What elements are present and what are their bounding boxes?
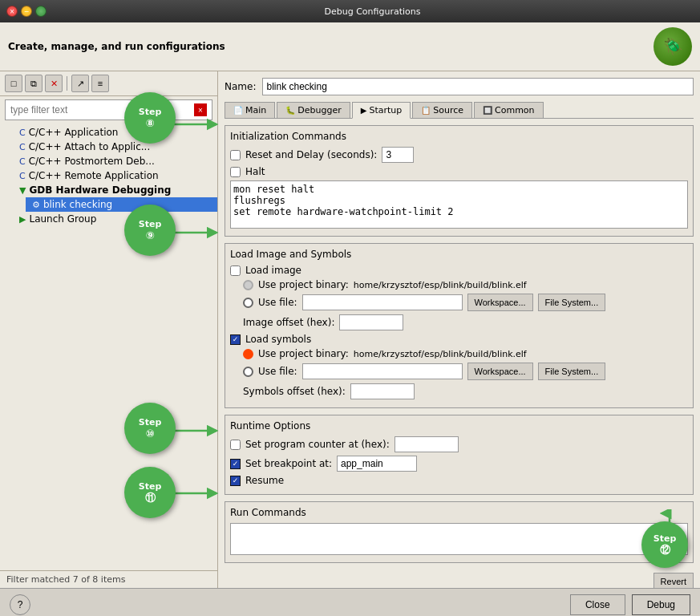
run-commands-section: Run Commands (225, 501, 694, 563)
set-pc-checkbox[interactable] (230, 440, 241, 450)
step-11-arrow (168, 481, 225, 505)
list-item[interactable]: C C/C++ Remote Application (13, 168, 217, 183)
bottom-buttons: Close Debug (570, 594, 690, 615)
step-10-num: ⑩ (145, 428, 154, 440)
step-11-num: ⑪ (145, 492, 156, 505)
close-window-button[interactable]: × (6, 6, 18, 17)
load-symbols-label: Load symbols (245, 334, 311, 345)
list-item[interactable]: C C/C++ Postmortem Deb... (13, 154, 217, 168)
reset-delay-input[interactable] (382, 147, 414, 163)
use-file2-label: Use file: (258, 366, 297, 377)
tab-debugger[interactable]: 🐛 Debugger (277, 102, 350, 118)
set-pc-row: Set program counter at (hex): (230, 436, 688, 452)
copy-config-button[interactable]: ⧉ (25, 75, 42, 92)
step-10-bubble: Step ⑩ (124, 403, 176, 454)
config-icon: C (19, 171, 26, 181)
workspace-button-2[interactable]: Workspace... (467, 363, 533, 380)
use-project-binary2-row: Use project binary: home/krzysztof/esp/b… (243, 348, 688, 359)
set-breakpoint-checkbox[interactable]: ✓ (230, 459, 241, 469)
minimize-window-button[interactable]: − (21, 6, 32, 17)
config-icon: C (19, 156, 26, 167)
right-panel: Name: 📄 Main 🐛 Debugger ▶ Startup (218, 71, 700, 588)
halt-label: Halt (245, 166, 265, 177)
step-8-label: Step (139, 107, 162, 117)
step-8-num: ⑧ (145, 117, 154, 130)
delete-config-button[interactable]: ✕ (45, 75, 63, 92)
title-bar: × − Debug Configurations (0, 0, 700, 22)
use-file-radio[interactable] (243, 298, 253, 308)
use-project-binary2-label: Use project binary: (258, 348, 349, 359)
resume-row: ✓ Resume (230, 475, 688, 486)
set-breakpoint-row: ✓ Set breakpoint at: (230, 456, 688, 472)
resume-checkbox[interactable]: ✓ (230, 476, 241, 486)
tab-main-label: Main (245, 105, 266, 116)
runtime-title: Runtime Options (230, 420, 688, 432)
load-symbols-checkbox[interactable]: ✓ (230, 334, 241, 345)
set-pc-label: Set program counter at (hex): (245, 439, 390, 450)
tree-item-label: C/C++ Attach to Applic... (29, 141, 151, 152)
set-pc-input[interactable] (395, 436, 459, 452)
project-binary-path: home/krzysztof/esp/blink/build/blink.elf (354, 280, 527, 290)
use-file2-radio[interactable] (243, 367, 253, 377)
halt-checkbox[interactable] (230, 167, 241, 177)
load-image-section: Load Image and Symbols Load image Use pr… (225, 243, 694, 408)
close-button[interactable]: Close (570, 594, 625, 615)
reset-delay-checkbox[interactable] (230, 150, 241, 160)
tree-item-label: blink checking (43, 199, 112, 210)
use-project-binary2-radio[interactable] (243, 349, 253, 359)
new-config-button[interactable]: □ (5, 75, 22, 92)
app-logo: 🪲 (653, 27, 692, 66)
filesystem-button-2[interactable]: File System... (538, 363, 606, 380)
image-offset-input[interactable] (339, 314, 403, 330)
filesystem-button-1[interactable]: File System... (538, 294, 606, 311)
run-commands-textarea[interactable] (230, 523, 688, 555)
use-project-binary-row: Use project binary: home/krzysztof/esp/b… (243, 279, 688, 290)
debug-button[interactable]: Debug (632, 594, 690, 615)
maximize-window-button[interactable] (35, 6, 47, 17)
use-file-input[interactable] (302, 294, 463, 310)
help-button[interactable]: ? (10, 594, 30, 615)
step-12-label: Step (653, 533, 677, 544)
symbols-offset-label: Symbols offset (hex): (243, 386, 346, 397)
tab-startup-label: Startup (369, 105, 402, 116)
config-icon: C (19, 142, 26, 152)
step-12-num: ⑫ (660, 544, 670, 557)
workspace-button-1[interactable]: Workspace... (467, 294, 533, 311)
step-11-label: Step (139, 481, 162, 492)
export-config-button[interactable]: ↗ (71, 75, 89, 92)
load-image-checkbox[interactable] (230, 265, 241, 276)
step-12-bubble: Step ⑫ (641, 521, 688, 568)
init-commands-textarea[interactable]: mon reset halt flushregs set remote hard… (230, 180, 688, 229)
load-symbols-row: ✓ Load symbols (230, 334, 688, 345)
tab-main[interactable]: 📄 Main (225, 102, 275, 118)
config-icon: C (19, 128, 26, 138)
use-file2-input[interactable] (302, 363, 463, 379)
step-9-label: Step (139, 219, 162, 229)
use-project-binary-radio[interactable] (243, 280, 253, 290)
bottom-bar: ? Close Debug (0, 588, 700, 616)
bottom-container: ? Close Debug (10, 594, 690, 615)
name-input[interactable] (262, 78, 694, 95)
name-row: Name: (225, 78, 694, 95)
tab-startup[interactable]: ▶ Startup (352, 102, 411, 119)
symbols-offset-row: Symbols offset (hex): (230, 383, 688, 399)
load-image-title: Load Image and Symbols (230, 249, 688, 260)
reset-delay-label: Reset and Delay (seconds): (245, 149, 377, 160)
list-item[interactable]: ▼ GDB Hardware Debugging (13, 183, 217, 197)
tab-source[interactable]: 📋 Source (412, 102, 472, 118)
runtime-section: Runtime Options Set program counter at (… (225, 415, 694, 495)
halt-row: Halt (230, 166, 688, 177)
tab-common[interactable]: 🔲 Common (474, 102, 544, 118)
tree-item-label: GDB Hardware Debugging (29, 184, 171, 196)
use-file-label: Use file: (258, 297, 297, 308)
image-offset-label: Image offset (hex): (243, 317, 334, 328)
symbols-offset-input[interactable] (350, 383, 415, 399)
project-binary2-path: home/krzysztof/esp/blink/build/blink.elf (354, 349, 527, 359)
window-controls[interactable]: × − (6, 6, 47, 17)
breakpoint-input[interactable] (337, 456, 417, 472)
revert-button[interactable]: Revert (653, 573, 694, 588)
launch-icon: ▶ (19, 214, 26, 225)
list-item-selected[interactable]: ⚙ blink checking (26, 197, 217, 212)
list-item[interactable]: C C/C++ Attach to Applic... (13, 140, 217, 154)
collapse-button[interactable]: ≡ (91, 75, 109, 92)
